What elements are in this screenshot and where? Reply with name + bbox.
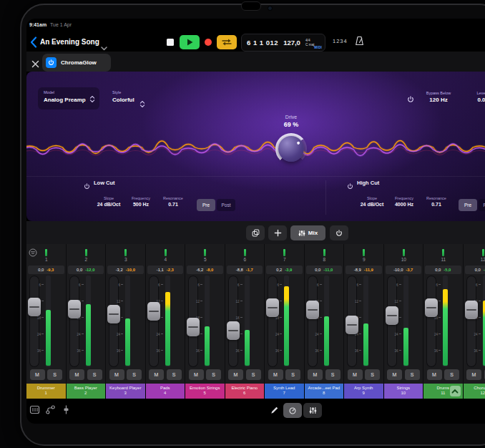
solo-button[interactable]: S [444,369,459,380]
fader-handle[interactable] [68,300,81,318]
mute-button[interactable]: M [189,369,204,380]
mute-button[interactable]: M [149,369,164,380]
solo-button[interactable]: S [325,369,341,380]
track-label[interactable]: Drums11 [423,384,463,399]
faders-view-button[interactable] [303,403,322,418]
edit-pencil-icon[interactable] [270,405,279,418]
layers-button[interactable] [246,225,265,240]
fader-track [29,276,39,367]
solo-button[interactable]: S [47,369,62,380]
high-cut-post-button[interactable]: Post [479,199,485,211]
metronome-button[interactable] [354,36,365,49]
track-label[interactable]: Emotion Strings5 [185,384,225,399]
solo-button[interactable]: S [365,369,380,380]
stop-button[interactable] [167,39,174,46]
level-meter [46,310,51,366]
model-selector[interactable]: Model Analog Preamp [38,87,99,109]
mute-button[interactable]: M [427,369,442,380]
drive-knob[interactable] [275,133,307,165]
track-label[interactable]: Electric Piano6 [225,384,265,399]
mute-button[interactable]: M [268,369,283,380]
fader-handle[interactable] [346,316,358,334]
fader-scale-tick: 6 [472,283,481,287]
track-label[interactable]: Drummer1 [26,384,66,399]
bypass-power-button[interactable] [407,93,414,106]
mute-button[interactable]: M [308,369,323,380]
play-button[interactable] [180,35,200,49]
mute-button[interactable]: M [69,369,84,380]
solo-button[interactable]: S [246,369,261,380]
count-in-button[interactable]: 1234 [333,38,348,44]
level-control[interactable]: Level 0.0 [464,91,485,103]
fader-handle[interactable] [227,321,240,340]
knob-view-button[interactable] [283,403,302,418]
fader-handle[interactable] [425,298,438,317]
fader-handle[interactable] [28,298,41,316]
solo-button[interactable]: S [127,369,142,380]
low-cut-post-button[interactable]: Post [217,199,235,211]
solo-button[interactable]: S [167,369,182,380]
mute-button[interactable]: M [466,369,481,380]
mute-button[interactable]: M [109,369,124,380]
fader-scale-tick: 6 [313,283,322,287]
peak-value: -1,7 [246,268,253,272]
track-name: Emotion Strings [185,386,225,391]
mute-button[interactable]: M [30,369,45,380]
channel-activity-meter [45,249,47,256]
collapse-chevron-up-button[interactable] [450,386,461,396]
fader-handle[interactable] [187,318,200,336]
style-selector[interactable]: Style Colorful [112,87,165,109]
resonance-value: 0.71 [154,202,192,207]
track-label[interactable]: Strings10 [384,384,423,399]
peak-value: -8,0 [206,268,213,272]
fader-view-icon[interactable] [61,404,72,418]
track-label[interactable]: Pads4 [146,384,185,399]
back-button[interactable] [30,36,39,48]
fader-handle[interactable] [147,302,160,321]
track-label[interactable]: Keyboard Player3 [106,384,145,399]
mute-button[interactable]: M [228,369,243,380]
power-icon [407,96,414,103]
record-button[interactable] [205,39,212,46]
solo-button[interactable]: S [206,369,221,380]
routing-icon[interactable] [45,404,56,418]
fader-handle[interactable] [386,306,398,325]
bypass-below-control[interactable]: Bypass Below 120 Hz [417,91,460,103]
fader-handle[interactable] [465,301,478,319]
lcd-display[interactable]: 6 1 1 012 127,0 4/4 C maj MIDI [241,34,325,52]
fader-handle[interactable] [107,305,120,323]
track-label[interactable]: Bass Player2 [67,384,106,399]
high-cut-pre-button[interactable]: Pre [459,199,477,211]
track-label[interactable]: Arcade...eet Pad8 [305,384,344,399]
plugin-power-button[interactable] [46,57,57,68]
fader-handle[interactable] [266,298,279,317]
power-icon [48,59,54,66]
low-cut-resonance[interactable]: Resonance 0.71 [154,196,192,207]
close-plugin-button[interactable] [31,58,39,71]
track-label[interactable]: Arp Synth9 [344,384,383,399]
mix-view-button[interactable]: Mix [290,225,325,240]
track-label[interactable]: Synth Lead7 [265,384,304,399]
mute-button[interactable]: M [348,369,363,380]
solo-button[interactable]: S [87,369,102,380]
solo-button[interactable]: S [405,369,420,380]
add-track-button[interactable] [268,225,287,240]
song-title[interactable]: An Evening Song [40,38,99,46]
channel-level-readout: 0,0-9,3 [28,266,64,274]
channel-strip-view-icon[interactable] [29,404,40,418]
high-cut-resonance[interactable]: Resonance 0.71 [417,196,456,207]
channel-strip: 120,0-2,1612182436MS [464,244,485,384]
plugin-tab[interactable]: ChromaGlow [42,54,111,72]
key-signature: C maj [305,43,315,47]
solo-button[interactable]: S [285,369,300,380]
track-label[interactable]: Chorus V12 [464,384,485,399]
low-cut-title: Low Cut [94,180,115,186]
channel-level-readout: -8,9-11,9 [346,266,382,274]
mixer-power-button[interactable] [330,225,348,240]
mute-button[interactable]: M [387,369,402,380]
fader-handle[interactable] [306,301,319,319]
low-cut-power-button[interactable] [84,180,90,193]
cycle-button[interactable] [217,35,237,49]
high-cut-power-button[interactable] [347,180,353,193]
low-cut-pre-button[interactable]: Pre [197,199,215,211]
